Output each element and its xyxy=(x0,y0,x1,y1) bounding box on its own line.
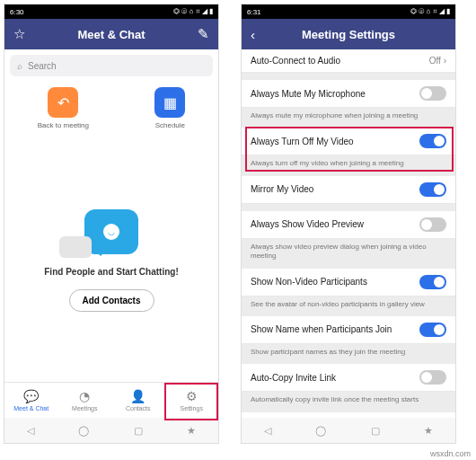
search-input[interactable]: ⌕ Search xyxy=(10,55,213,76)
compose-icon[interactable]: ✎ xyxy=(198,26,209,42)
tab-settings[interactable]: ⚙Settings xyxy=(165,383,219,418)
page-title: Meeting Settings xyxy=(242,28,455,41)
nav-more-icon[interactable]: ★ xyxy=(187,425,196,437)
status-icons: ⏣ ⦾ ⌂ ⌗ ◢ ▮ xyxy=(408,7,450,16)
setting-subtitle: Always turn off my video when joining a … xyxy=(242,155,455,175)
settings-list[interactable]: Auto-Connect to AudioOff ›Always Mute My… xyxy=(242,49,455,418)
nav-back-icon[interactable]: ◁ xyxy=(264,425,271,437)
setting-row[interactable]: Auto-Connect to AudioOff › xyxy=(242,49,455,73)
nav-recent-icon[interactable]: ▢ xyxy=(134,425,143,437)
setting-row[interactable]: Always Mute My Microphone xyxy=(242,80,455,108)
status-icons: ⏣ ⦾ ⌂ ⌗ ◢ ▮ xyxy=(171,7,213,16)
nav-recent-icon[interactable]: ▢ xyxy=(371,425,380,437)
toggle-switch[interactable] xyxy=(419,134,446,148)
setting-title: Always Mute My Microphone xyxy=(251,89,366,99)
status-time: 6:31 xyxy=(247,8,261,16)
setting-row[interactable]: Always Turn Off My Video xyxy=(242,128,455,155)
tab-meetings[interactable]: ◔Meetings xyxy=(58,383,112,418)
empty-message: Find People and Start Chatting! xyxy=(44,267,178,277)
setting-row[interactable]: Always Show Video Preview xyxy=(242,211,455,239)
back-to-meeting-button[interactable]: ↶ Back to meeting xyxy=(38,87,89,129)
setting-subtitle: Show participant names as they join the … xyxy=(242,344,455,364)
schedule-icon: ▦ xyxy=(154,87,185,118)
nav-more-icon[interactable]: ★ xyxy=(424,425,433,437)
contact-icon: 👤 xyxy=(130,389,145,403)
bottom-tabs: 💬Meet & Chat ◔Meetings 👤Contacts ⚙Settin… xyxy=(4,382,218,418)
setting-title: Always Turn Off My Video xyxy=(251,137,354,146)
back-icon[interactable]: ‹ xyxy=(251,27,255,42)
setting-title: Show Name when Participants Join xyxy=(251,324,392,334)
toggle-switch[interactable] xyxy=(419,182,446,197)
back-to-meeting-icon: ↶ xyxy=(48,87,78,118)
setting-row[interactable]: Show Name when Participants Join xyxy=(242,316,455,344)
setting-title: Auto-Connect to Audio xyxy=(251,56,340,66)
add-contacts-button[interactable]: Add Contacts xyxy=(69,289,154,312)
setting-value: Off › xyxy=(429,56,446,66)
search-icon: ⌕ xyxy=(17,61,22,71)
header: ☆ Meet & Chat ✎ xyxy=(4,19,218,49)
android-nav: ◁ ◯ ▢ ★ xyxy=(242,418,455,443)
back-to-meeting-label: Back to meeting xyxy=(38,121,89,129)
status-bar: 6:30 ⏣ ⦾ ⌂ ⌗ ◢ ▮ xyxy=(4,4,218,19)
watermark: wsxdn.com xyxy=(430,449,471,458)
toggle-switch[interactable] xyxy=(419,323,446,337)
favorite-icon[interactable]: ☆ xyxy=(13,26,25,42)
toggle-switch[interactable] xyxy=(419,86,446,101)
schedule-button[interactable]: ▦ Schedule xyxy=(154,87,185,129)
setting-row[interactable]: Mirror My Video xyxy=(242,176,455,204)
gear-icon: ⚙ xyxy=(186,389,198,403)
setting-subtitle: Always mute my microphone when joining a… xyxy=(242,108,455,128)
phone-meet-chat: 6:30 ⏣ ⦾ ⌂ ⌗ ◢ ▮ ☆ Meet & Chat ✎ ⌕ Searc… xyxy=(4,4,219,444)
setting-title: Always Show Video Preview xyxy=(251,219,364,229)
setting-row[interactable]: Show Non-Video Participants xyxy=(242,269,455,296)
nav-home-icon[interactable]: ◯ xyxy=(315,425,326,437)
page-title: Meet & Chat xyxy=(4,28,218,41)
chat-icon: 💬 xyxy=(23,389,39,403)
setting-subtitle: Automatically copy invite link once the … xyxy=(242,392,455,411)
empty-state: ◡ Find People and Start Chatting! Add Co… xyxy=(4,138,218,382)
tab-meet-chat[interactable]: 💬Meet & Chat xyxy=(4,383,58,418)
setting-subtitle: Always show video preview dialog when jo… xyxy=(242,239,455,269)
nav-home-icon[interactable]: ◯ xyxy=(78,425,89,437)
setting-subtitle: See the avatar of non-video participants… xyxy=(242,296,455,316)
setting-row[interactable]: Auto-Copy Invite Link xyxy=(242,364,455,392)
clock-icon: ◔ xyxy=(79,389,90,403)
toggle-switch[interactable] xyxy=(419,370,446,385)
chat-illustration: ◡ xyxy=(84,209,138,254)
quick-actions: ↶ Back to meeting ▦ Schedule xyxy=(4,87,218,129)
schedule-label: Schedule xyxy=(155,121,185,129)
nav-back-icon[interactable]: ◁ xyxy=(27,425,34,437)
setting-title: Mirror My Video xyxy=(251,184,313,194)
phone-meeting-settings: 6:31 ⏣ ⦾ ⌂ ⌗ ◢ ▮ ‹ Meeting Settings Auto… xyxy=(241,4,456,444)
tab-contacts[interactable]: 👤Contacts xyxy=(111,383,165,418)
android-nav: ◁ ◯ ▢ ★ xyxy=(4,418,218,443)
search-placeholder: Search xyxy=(28,61,57,71)
setting-title: Auto-Copy Invite Link xyxy=(251,373,336,383)
status-time: 6:30 xyxy=(10,8,24,16)
status-bar: 6:31 ⏣ ⦾ ⌂ ⌗ ◢ ▮ xyxy=(242,4,455,19)
setting-title: Show Non-Video Participants xyxy=(251,277,367,287)
toggle-switch[interactable] xyxy=(419,217,446,232)
toggle-switch[interactable] xyxy=(419,275,446,289)
header: ‹ Meeting Settings xyxy=(242,19,455,49)
